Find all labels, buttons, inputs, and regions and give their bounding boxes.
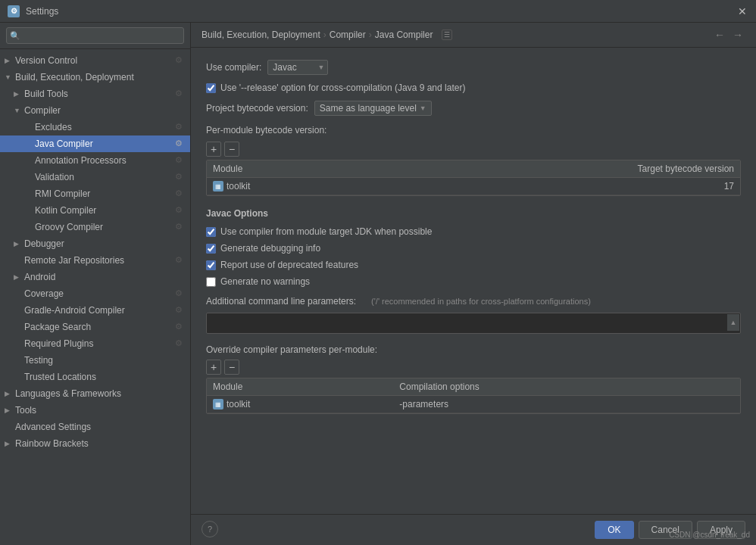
cancel-button[interactable]: Cancel (639, 521, 692, 539)
gear-icon: ⚙ (175, 122, 186, 132)
sidebar-item-build-tools[interactable]: ▶ Build Tools ⚙ (0, 86, 190, 102)
help-button[interactable]: ? (201, 521, 218, 537)
bookmark-icon[interactable]: ☰ (442, 30, 452, 40)
sidebar-item-debugger[interactable]: ▶ Debugger (0, 235, 190, 252)
sidebar-item-rainbow-brackets[interactable]: ▶ Rainbow Brackets (0, 435, 190, 452)
sidebar-item-android[interactable]: ▶ Android (0, 269, 190, 285)
option-checkbox-0[interactable] (206, 227, 216, 237)
sidebar-item-package-search[interactable]: ▶ Package Search ⚙ (0, 319, 190, 335)
option-checkbox-3[interactable] (206, 277, 216, 287)
gear-icon: ⚙ (175, 139, 186, 149)
module-name: toolkit (226, 181, 250, 192)
compiler-select[interactable]: Javac (267, 60, 328, 75)
sidebar-item-java-compiler[interactable]: ▶ Java Compiler ⚙ (0, 135, 190, 152)
nav-forward-button[interactable]: → (730, 29, 745, 41)
table-row[interactable]: ▦ toolkit 17 (207, 178, 740, 195)
remove-module-button[interactable]: − (224, 142, 239, 157)
project-bytecode-wrap: Same as language level ▼ (314, 101, 432, 116)
sidebar-item-excludes[interactable]: ▶ Excludes ⚙ (0, 119, 190, 135)
cross-compile-checkbox[interactable] (206, 83, 216, 93)
sidebar-item-label: Trusted Locations (24, 372, 96, 382)
add-module-button[interactable]: + (206, 142, 221, 157)
search-input[interactable] (6, 27, 184, 44)
dropdown-arrow-icon: ▼ (420, 104, 426, 112)
app-icon: ⚙ (8, 5, 20, 17)
additional-cmd-label: Additional command line parameters: (206, 296, 356, 307)
sidebar-item-groovy-compiler[interactable]: ▶ Groovy Compiler ⚙ (0, 219, 190, 235)
sidebar-item-label: Groovy Compiler (35, 222, 103, 232)
expand-arrow: ▶ (14, 90, 23, 98)
apply-button[interactable]: Apply (697, 521, 745, 539)
sidebar-item-version-control[interactable]: ▶ Version Control ⚙ (0, 52, 190, 69)
expand-arrow: ▶ (14, 273, 23, 281)
sidebar-item-label: Build Tools (24, 89, 68, 99)
sidebar-item-label: Annotation Processors (35, 155, 127, 166)
remove-override-button[interactable]: − (224, 360, 239, 375)
sidebar-item-label: Kotlin Compiler (35, 205, 96, 216)
nav-back-button[interactable]: ← (712, 29, 727, 41)
close-button[interactable]: ✕ (736, 5, 748, 17)
cross-compile-row: Use '--release' option for cross-compila… (206, 83, 741, 93)
cmd-scroll-button[interactable]: ▲ (727, 314, 739, 331)
option-label-2[interactable]: Report use of deprecated features (220, 260, 358, 270)
sidebar-item-testing[interactable]: ▶ Testing (0, 352, 190, 369)
sidebar-item-label: Version Control (15, 55, 77, 66)
sidebar-item-validation[interactable]: ▶ Validation ⚙ (0, 169, 190, 185)
sidebar-item-rmi-compiler[interactable]: ▶ RMI Compiler ⚙ (0, 185, 190, 202)
sidebar-item-trusted-locations[interactable]: ▶ Trusted Locations (0, 369, 190, 385)
use-compiler-row: Use compiler: Javac ▼ (206, 60, 741, 75)
gear-icon: ⚙ (175, 155, 186, 166)
add-override-button[interactable]: + (206, 360, 221, 375)
sidebar-item-gradle-android[interactable]: ▶ Gradle-Android Compiler ⚙ (0, 302, 190, 319)
sidebar: 🔍 ▶ Version Control ⚙ ▼ Build, Execution… (0, 23, 191, 545)
option-label-0[interactable]: Use compiler from module target JDK when… (220, 226, 432, 237)
per-module-table: Module Target bytecode version ▦ toolkit (207, 160, 740, 195)
breadcrumb-part-1[interactable]: Build, Execution, Deployment (201, 30, 320, 40)
sidebar-item-tools[interactable]: ▶ Tools (0, 402, 190, 419)
ok-button[interactable]: OK (595, 521, 633, 539)
expand-arrow: ▶ (14, 240, 23, 248)
override-module-name: toolkit (226, 399, 250, 410)
sidebar-item-build-execution[interactable]: ▼ Build, Execution, Deployment (0, 69, 190, 86)
project-bytecode-value[interactable]: Same as language level ▼ (314, 101, 432, 116)
per-module-label: Per-module bytecode version: (206, 125, 741, 135)
option-label-1[interactable]: Generate debugging info (220, 243, 320, 254)
cmd-input[interactable] (206, 313, 741, 334)
cross-compile-label[interactable]: Use '--release' option for cross-compila… (220, 83, 465, 93)
breadcrumb-part-2[interactable]: Compiler (330, 30, 366, 40)
sidebar-item-remote-jar[interactable]: ▶ Remote Jar Repositories ⚙ (0, 252, 190, 269)
main-content: 🔍 ▶ Version Control ⚙ ▼ Build, Execution… (0, 23, 756, 545)
sidebar-item-label: Debugger (24, 238, 64, 249)
sidebar-item-annotation-processors[interactable]: ▶ Annotation Processors ⚙ (0, 152, 190, 169)
additional-cmd-row: Additional command line parameters: ('/'… (206, 296, 741, 307)
content-area: Build, Execution, Deployment › Compiler … (191, 23, 756, 545)
override-label: Override compiler parameters per-module: (206, 344, 741, 355)
sidebar-item-compiler[interactable]: ▼ Compiler (0, 102, 190, 119)
sidebar-item-kotlin-compiler[interactable]: ▶ Kotlin Compiler ⚙ (0, 202, 190, 219)
table-row[interactable]: ▦ toolkit -parameters (207, 396, 740, 413)
sidebar-item-label: Excludes (35, 122, 72, 132)
sidebar-item-required-plugins[interactable]: ▶ Required Plugins ⚙ (0, 335, 190, 352)
additional-cmd-hint: ('/' recommended in paths for cross-plat… (371, 297, 591, 306)
option-checkbox-1[interactable] (206, 244, 216, 254)
breadcrumb-part-3[interactable]: Java Compiler (375, 30, 433, 40)
sidebar-item-languages-frameworks[interactable]: ▶ Languages & Frameworks (0, 385, 190, 402)
option-label-3[interactable]: Generate no warnings (220, 276, 310, 287)
sidebar-item-label: Build, Execution, Deployment (15, 72, 134, 83)
expand-arrow: ▼ (5, 73, 14, 81)
breadcrumb-sep-2: › (369, 30, 372, 40)
project-bytecode-row: Project bytecode version: Same as langua… (206, 101, 741, 116)
per-module-toolbar: + − (206, 142, 741, 157)
gear-icon: ⚙ (175, 172, 186, 182)
sidebar-item-coverage[interactable]: ▶ Coverage ⚙ (0, 285, 190, 302)
option-row-1: Generate debugging info (206, 243, 741, 254)
override-module-col-header: Module (207, 378, 393, 396)
gear-icon: ⚙ (175, 205, 186, 216)
sidebar-item-label: RMI Compiler (35, 188, 90, 199)
option-checkbox-2[interactable] (206, 260, 216, 270)
settings-panel: Use compiler: Javac ▼ Use '--release' op… (191, 48, 756, 514)
sidebar-item-label: Package Search (24, 322, 91, 332)
override-toolbar: + − (206, 360, 741, 375)
per-module-table-container: Module Target bytecode version ▦ toolkit (206, 160, 741, 196)
sidebar-item-advanced-settings[interactable]: ▶ Advanced Settings (0, 419, 190, 435)
